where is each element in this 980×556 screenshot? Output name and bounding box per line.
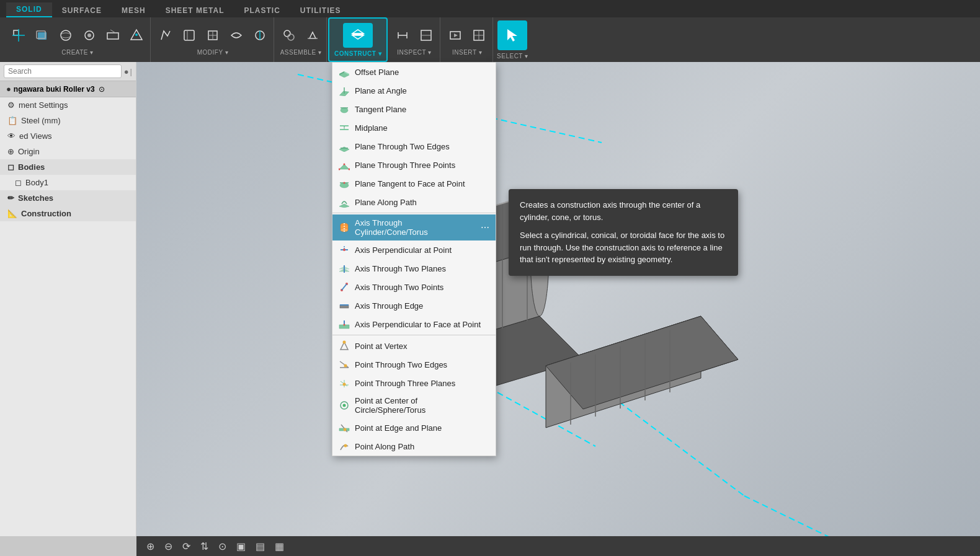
sidebar-section-construction: 📐 Construction	[0, 206, 136, 221]
select-label[interactable]: SELECT ▾	[497, 53, 528, 60]
svg-marker-51	[546, 316, 738, 409]
tooltip-desc1: Creates a construction axis through the …	[520, 199, 727, 223]
svg-point-21	[288, 34, 294, 40]
modify-btn-1[interactable]	[154, 24, 177, 46]
tab-utilities[interactable]: UTILITIES	[290, 4, 351, 17]
create-btn-2[interactable]	[31, 24, 53, 46]
create-btn-5[interactable]	[102, 24, 124, 46]
svg-point-96	[344, 324, 345, 326]
menu-item-midplane[interactable]: Midplane	[332, 118, 496, 137]
svg-line-91	[342, 284, 347, 290]
construct-label[interactable]: CONSTRUCT ▾	[334, 50, 381, 57]
menu-item-tangent-plane[interactable]: Tangent Plane	[332, 100, 496, 118]
assemble-btn-2[interactable]	[301, 24, 324, 46]
point-circle-center-label: Point at Center of Circle/Sphere/Torus	[355, 396, 489, 415]
inspect-btn-2[interactable]	[415, 24, 437, 46]
create-btn-3[interactable]	[55, 24, 77, 46]
tab-solid[interactable]: SOLID	[6, 2, 52, 17]
document-tab[interactable]: ● ngawara buki Roller v3 ⊙	[0, 81, 136, 97]
create-label[interactable]: CREATE ▾	[61, 49, 94, 56]
inspect-label[interactable]: INSPECT ▾	[397, 49, 431, 56]
modify-btn-4[interactable]	[225, 24, 247, 46]
menu-item-point-along-path[interactable]: Point Along Path	[332, 437, 496, 456]
views-label: ed Views	[19, 131, 52, 141]
svg-point-105	[343, 383, 346, 386]
sidebar-item-origin[interactable]: ⊕ Origin	[0, 144, 136, 159]
create-btn-4[interactable]	[78, 24, 100, 46]
select-btn[interactable]	[497, 20, 527, 50]
plane-two-edges-label: Plane Through Two Edges	[355, 142, 450, 151]
menu-item-plane-two-edges[interactable]: Plane Through Two Edges	[332, 137, 496, 156]
bottom-btn-display[interactable]: ▤	[253, 538, 267, 555]
tab-sheet-metal[interactable]: SHEET METAL	[156, 4, 234, 17]
tab-plastic[interactable]: PLASTIC	[234, 4, 290, 17]
bottom-btn-settings[interactable]: ▦	[272, 538, 287, 555]
menu-item-point-vertex[interactable]: Point at Vertex	[332, 337, 496, 355]
menu-item-axis-cylinder[interactable]: Axis Through Cylinder/Cone/Torus ⋯	[332, 214, 496, 240]
sidebar-item-views[interactable]: 👁 ed Views	[0, 128, 136, 144]
menu-item-plane-along-path[interactable]: Plane Along Path	[332, 193, 496, 211]
point-three-planes-icon	[339, 377, 350, 389]
select-group: SELECT ▾	[494, 17, 531, 62]
bottom-btn-view[interactable]: ⊙	[216, 538, 229, 555]
assemble-btn-1[interactable]	[278, 24, 300, 46]
bottom-btn-grid[interactable]: ▣	[234, 538, 248, 555]
menu-item-point-three-planes[interactable]: Point Through Three Planes	[332, 374, 496, 392]
inspect-btn-1[interactable]	[391, 24, 414, 46]
plane-two-edges-icon	[339, 141, 350, 152]
modify-group: MODIFY ▾	[152, 17, 274, 62]
document-pin-icon[interactable]: ⊙	[99, 85, 105, 94]
search-icon[interactable]: ●	[124, 67, 129, 76]
svg-point-85	[343, 249, 345, 251]
sidebar-item-body1[interactable]: ◻ Body1	[0, 175, 136, 190]
menu-item-point-circle-center[interactable]: Point at Center of Circle/Sphere/Torus	[332, 392, 496, 418]
menu-item-plane-angle[interactable]: Plane at Angle	[332, 81, 496, 100]
more-options-icon[interactable]: ⋯	[481, 223, 489, 232]
modify-btn-3[interactable]	[202, 24, 224, 46]
create-btn-1[interactable]	[7, 24, 30, 46]
menu-item-point-two-edges[interactable]: Point Through Two Edges	[332, 355, 496, 374]
axis-two-points-icon	[339, 281, 350, 293]
bottom-btn-fit[interactable]: ⇅	[198, 538, 211, 555]
menu-item-plane-three-points[interactable]: Plane Through Three Points	[332, 156, 496, 174]
tab-mesh[interactable]: MESH	[112, 4, 156, 17]
sidebar-item-settings[interactable]: ⚙ ment Settings	[0, 97, 136, 113]
tab-surface[interactable]: SURFACE	[52, 4, 112, 17]
menu-item-offset-plane[interactable]: Offset Plane	[332, 63, 496, 81]
menu-item-axis-perp-face[interactable]: Axis Perpendicular to Face at Point	[332, 315, 496, 333]
menu-item-axis-two-planes[interactable]: Axis Through Two Planes	[332, 259, 496, 278]
svg-point-5	[61, 30, 71, 40]
modify-btn-2[interactable]	[178, 24, 200, 46]
bottom-btn-home[interactable]: ⊕	[144, 538, 157, 555]
assemble-label[interactable]: ASSEMBLE ▾	[280, 49, 322, 56]
modify-btn-5[interactable]	[249, 24, 271, 46]
axis-perp-face-icon	[339, 319, 350, 330]
insert-btn-2[interactable]	[468, 24, 490, 46]
menu-item-axis-edge[interactable]: Axis Through Edge	[332, 296, 496, 315]
inspect-group: INSPECT ▾	[389, 17, 440, 62]
sketches-icon: ✏	[7, 193, 14, 203]
svg-point-12	[135, 33, 138, 36]
origin-icon: ⊕	[7, 147, 14, 156]
insert-btn-1[interactable]	[444, 24, 466, 46]
sidebar-collapse-icon[interactable]: |	[130, 67, 132, 76]
construct-main-btn[interactable]	[343, 23, 373, 48]
insert-label[interactable]: INSERT ▾	[452, 49, 482, 56]
body1-label: Body1	[25, 178, 48, 187]
sidebar-item-material[interactable]: 📋 Steel (mm)	[0, 113, 136, 128]
menu-item-axis-perp-point[interactable]: Axis Perpendicular at Point	[332, 240, 496, 259]
point-along-path-label: Point Along Path	[355, 442, 414, 451]
plane-along-path-label: Plane Along Path	[355, 198, 417, 207]
main-canvas[interactable]	[136, 62, 980, 556]
menu-item-point-edge-plane[interactable]: Point at Edge and Plane	[332, 418, 496, 437]
menu-item-axis-two-points[interactable]: Axis Through Two Points	[332, 278, 496, 296]
menu-item-plane-tangent-face[interactable]: Plane Tangent to Face at Point	[332, 174, 496, 193]
bottom-btn-zoom-out[interactable]: ⊖	[162, 538, 175, 555]
modify-label[interactable]: MODIFY ▾	[197, 49, 228, 56]
search-input[interactable]	[4, 64, 122, 78]
3d-roller-lower	[546, 316, 738, 428]
settings-label: ment Settings	[19, 100, 68, 110]
create-btn-6[interactable]	[125, 24, 148, 46]
bottom-btn-rotate[interactable]: ⟳	[180, 538, 193, 555]
midplane-icon	[339, 122, 350, 133]
